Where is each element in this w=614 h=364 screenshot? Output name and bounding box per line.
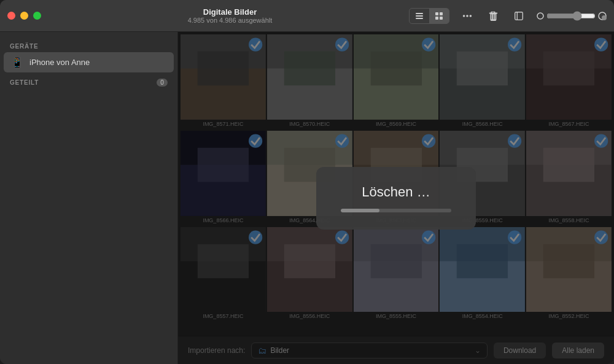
delete-progress-fill [341,209,379,212]
iphone-icon: 📱 [11,56,23,68]
more-options-button[interactable] [459,8,475,24]
sidebar-item-iphone[interactable]: 📱 iPhone von Anne [4,52,174,72]
window-title: Digitale Bilder [203,7,257,17]
shared-section-label: GETEILT [10,79,39,86]
svg-rect-6 [440,17,443,20]
sidebar-device-name: iPhone von Anne [29,58,90,67]
svg-rect-0 [416,13,423,14]
list-view-button[interactable] [410,9,429,23]
svg-rect-10 [515,12,523,20]
maximize-button[interactable] [33,12,41,20]
svg-point-11 [537,13,543,19]
grid-view-button[interactable] [429,9,449,23]
svg-rect-1 [416,15,423,17]
svg-point-13 [602,15,607,20]
main-window: Digitale Bilder 4.985 von 4.986 ausgewäh… [0,0,614,364]
svg-rect-5 [435,17,438,20]
zoom-range-input[interactable] [546,11,596,21]
delete-dialog: Löschen … [316,167,476,230]
sidebar: GERÄTE 📱 iPhone von Anne GETEILT 0 [0,32,178,364]
zoom-in-icon [598,12,607,20]
svg-rect-2 [416,18,423,19]
shared-badge: 0 [157,79,168,87]
content-area: IMG_8571.HEICIMG_8570.HEICIMG_8569.HEICI… [178,32,614,364]
titlebar-actions [409,8,607,24]
window-subtitle: 4.985 von 4.986 ausgewählt [188,17,273,24]
svg-rect-4 [440,12,443,15]
close-button[interactable] [7,12,15,20]
zoom-out-icon [537,12,544,20]
delete-dialog-title: Löschen … [362,184,430,200]
share-button[interactable] [511,8,527,24]
svg-rect-3 [435,12,438,15]
zoom-slider [537,11,607,21]
svg-point-7 [463,15,465,17]
titlebar-center: Digitale Bilder 4.985 von 4.986 ausgewäh… [51,7,409,24]
view-toggle [409,8,449,24]
minimize-button[interactable] [20,12,28,20]
delete-button[interactable] [485,8,501,24]
titlebar: Digitale Bilder 4.985 von 4.986 ausgewäh… [0,0,614,32]
main-body: GERÄTE 📱 iPhone von Anne GETEILT 0 IMG_8… [0,32,614,364]
traffic-lights [7,12,41,20]
delete-progress-bar [341,209,451,212]
svg-point-9 [470,15,472,17]
delete-overlay: Löschen … [178,32,614,364]
devices-section-label: GERÄTE [0,37,177,52]
shared-section-header: GETEILT 0 [0,72,177,89]
svg-point-8 [466,15,468,17]
